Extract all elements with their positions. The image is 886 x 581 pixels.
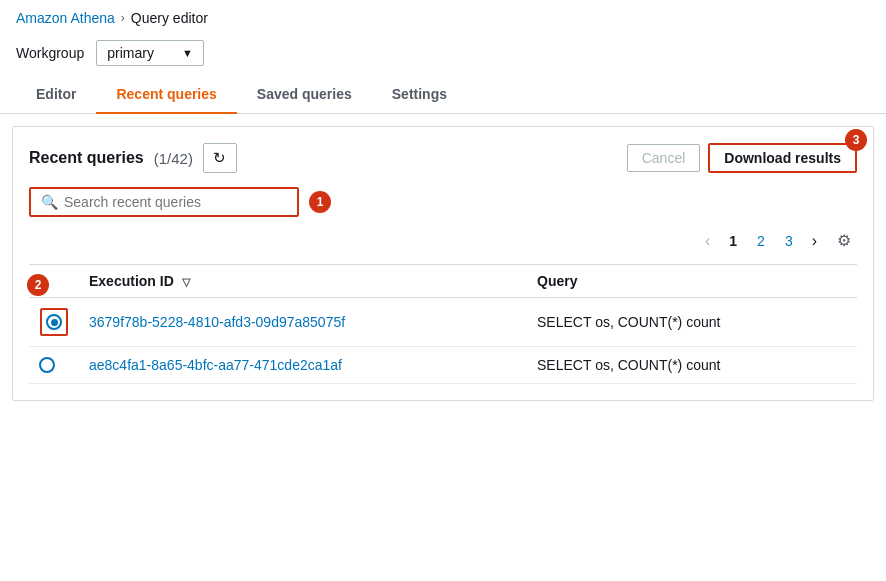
pagination-page-1[interactable]: 1 <box>722 231 744 251</box>
row-1-execution-id[interactable]: 3679f78b-5228-4810-afd3-09d97a85075f <box>79 298 527 347</box>
download-results-button[interactable]: Download results <box>708 143 857 173</box>
search-row: 🔍 1 <box>29 187 857 217</box>
search-icon: 🔍 <box>41 194 58 210</box>
col-query: Query <box>527 265 857 298</box>
search-box: 🔍 <box>29 187 299 217</box>
cancel-button[interactable]: Cancel <box>627 144 701 172</box>
execution-id-link-2[interactable]: ae8c4fa1-8a65-4bfc-aa77-471cde2ca1af <box>89 357 342 373</box>
panel-actions: Cancel 3 Download results <box>627 143 857 173</box>
results-table: 2 Execution ID ▽ Query <box>29 264 857 384</box>
table-header-row: 2 Execution ID ▽ Query <box>29 265 857 298</box>
annotation-badge-3: 3 <box>845 129 867 151</box>
row-1-radio-wrapper <box>40 308 68 336</box>
col-select: 2 <box>29 265 79 298</box>
pagination-row: ‹ 1 2 3 › ⚙ <box>29 229 857 252</box>
breadcrumb: Amazon Athena › Query editor <box>0 0 886 32</box>
workgroup-label: Workgroup <box>16 45 84 61</box>
tabs-bar: Editor Recent queries Saved queries Sett… <box>0 76 886 114</box>
chevron-down-icon: ▼ <box>182 47 193 59</box>
radio-inner-dot <box>51 319 58 326</box>
download-btn-wrapper: 3 Download results <box>708 143 857 173</box>
radio-button-1[interactable] <box>46 314 62 330</box>
panel-header: Recent queries (1/42) ↻ Cancel 3 Downloa… <box>29 143 857 173</box>
tab-saved-queries[interactable]: Saved queries <box>237 76 372 114</box>
row-2-execution-id[interactable]: ae8c4fa1-8a65-4bfc-aa77-471cde2ca1af <box>79 347 527 384</box>
sort-arrow-icon: ▽ <box>182 276 190 288</box>
breadcrumb-current: Query editor <box>131 10 208 26</box>
pagination-prev-button[interactable]: ‹ <box>699 230 716 252</box>
table-row: ae8c4fa1-8a65-4bfc-aa77-471cde2ca1af SEL… <box>29 347 857 384</box>
pagination-page-2[interactable]: 2 <box>750 231 772 251</box>
main-panel: Recent queries (1/42) ↻ Cancel 3 Downloa… <box>12 126 874 401</box>
radio-button-2[interactable] <box>39 357 55 373</box>
workgroup-value: primary <box>107 45 154 61</box>
tab-editor[interactable]: Editor <box>16 76 96 114</box>
row-2-select-cell[interactable] <box>29 347 79 384</box>
annotation-badge-1: 1 <box>309 191 331 213</box>
row-2-query: SELECT os, COUNT(*) count <box>527 347 857 384</box>
row-1-query: SELECT os, COUNT(*) count <box>527 298 857 347</box>
tab-settings[interactable]: Settings <box>372 76 467 114</box>
col-execution-id[interactable]: Execution ID ▽ <box>79 265 527 298</box>
panel-title: Recent queries <box>29 149 144 167</box>
pagination-page-3[interactable]: 3 <box>778 231 800 251</box>
pagination-next-button[interactable]: › <box>806 230 823 252</box>
refresh-icon: ↻ <box>213 149 226 167</box>
workgroup-row: Workgroup primary ▼ <box>0 32 886 76</box>
breadcrumb-parent-link[interactable]: Amazon Athena <box>16 10 115 26</box>
table-settings-icon[interactable]: ⚙ <box>833 229 855 252</box>
search-input[interactable] <box>64 194 287 210</box>
panel-count: (1/42) <box>154 150 193 167</box>
workgroup-select[interactable]: primary ▼ <box>96 40 204 66</box>
tab-recent-queries[interactable]: Recent queries <box>96 76 236 114</box>
annotation-badge-2: 2 <box>27 274 49 296</box>
refresh-button[interactable]: ↻ <box>203 143 237 173</box>
execution-id-link-1[interactable]: 3679f78b-5228-4810-afd3-09d97a85075f <box>89 314 345 330</box>
breadcrumb-separator: › <box>121 11 125 25</box>
row-1-select-cell[interactable] <box>29 298 79 347</box>
table-row: 3679f78b-5228-4810-afd3-09d97a85075f SEL… <box>29 298 857 347</box>
